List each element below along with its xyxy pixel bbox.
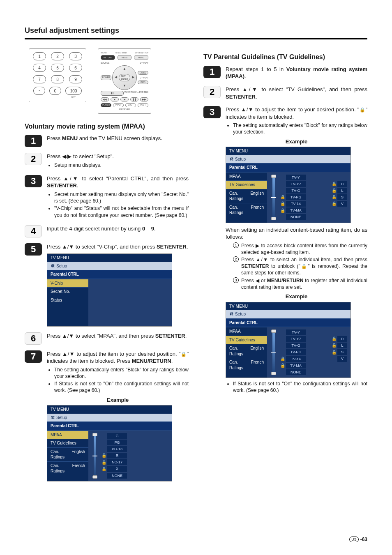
lock-icon: 🔒	[280, 201, 284, 207]
lock-icon: 🔒	[280, 194, 284, 200]
dpad-right-icon: ▶	[132, 75, 134, 80]
text: or	[259, 278, 267, 283]
text: SET/ENTER	[157, 244, 187, 250]
rating-label: TV-G	[286, 343, 306, 348]
text: .	[171, 358, 173, 364]
text: .	[187, 244, 188, 250]
rating-label: TV-Y	[286, 175, 306, 180]
rating-label: TV-MA	[286, 363, 306, 368]
slider-thumb-icon	[271, 372, 276, 375]
text: Press	[47, 351, 62, 357]
rating-row: PG	[101, 440, 168, 445]
remote-diagram: 1 2 3 4 5 6 7 8 9 · 0 100	[29, 48, 189, 113]
slider-tick-icon	[271, 352, 276, 353]
key-0: 0	[49, 87, 61, 95]
text: .	[244, 73, 246, 79]
text: to select "V-Chip", and then press	[74, 244, 157, 250]
lock-icon	[359, 106, 365, 113]
arrow-icon: ▲/▼	[241, 106, 254, 113]
lock-icon: 🔒	[332, 201, 336, 207]
btn-volp: VOL +	[138, 103, 148, 107]
key-6: 6	[69, 64, 82, 72]
text: .	[185, 333, 187, 339]
slider-thumb-icon	[92, 475, 97, 479]
lock-icon: 🔒	[332, 181, 336, 187]
lock-icon: 🔒	[101, 460, 106, 465]
text: SET/ENTER	[47, 182, 77, 189]
clist-3: 3 Press ◀ or MENU/RETURN to register aft…	[233, 277, 367, 290]
right-step-3: 3 Press ▲/▼ to adjust the item to your d…	[203, 106, 367, 394]
text: and the TV MENU screen displays.	[78, 135, 162, 141]
rating-label: TV-MA	[286, 207, 306, 213]
rating-label: NC-17	[107, 459, 127, 465]
arrow-icon: ▲/▼	[62, 333, 74, 339]
circled-2-icon: 2	[233, 256, 239, 262]
bullet: The setting automatically enters "Block"…	[54, 366, 189, 380]
rating-label: PG	[107, 440, 127, 445]
tv-menu-title: TV MENU	[47, 254, 172, 262]
key-2: 2	[51, 52, 64, 60]
rating-row: 🔒S	[332, 194, 347, 200]
rating-label: TV-14	[286, 356, 306, 362]
lock-icon: 🔒	[332, 336, 336, 342]
tv-menu-tvg-b: TV MENU Setup Parental CTRL MPAA TV Guid…	[226, 302, 351, 378]
btn-pause: ❚❚	[101, 91, 124, 96]
nav-label-stvtop: STV/DVD TOP	[135, 51, 148, 54]
nav-label-menu: MENU	[101, 51, 107, 54]
left-step-5: 5 Press ▲/▼ to select "V-Chip", and then…	[25, 243, 189, 327]
menu-item: TV Guidelines	[226, 336, 267, 344]
tv-menu-mpaa: TV MENU Setup Parental CTRL MPAA TV Guid…	[47, 405, 172, 481]
circled-3-icon: 3	[233, 277, 239, 283]
bullet: The setting automatically enters "Block"…	[233, 122, 367, 135]
key-3: 3	[69, 52, 82, 60]
text: .	[256, 94, 257, 100]
step-bubble: 2	[203, 86, 221, 98]
text: Press	[241, 243, 256, 249]
step-bubble: 1	[25, 135, 42, 147]
text: Press	[47, 175, 63, 182]
rating-row: 🔒TV-PG	[280, 194, 328, 200]
menu-item: V-Chip	[47, 279, 88, 288]
step-bubble: 2	[25, 153, 42, 165]
text: Press	[241, 257, 256, 263]
text: to unblock ("	[269, 263, 300, 269]
lock-icon	[180, 351, 187, 357]
menu-item: Can. English Ratings	[226, 344, 267, 358]
text: to select an individual item, and then p…	[268, 257, 367, 263]
rating-label: TV-PG	[286, 349, 306, 355]
text: SET/ENTER	[241, 263, 269, 269]
rating-row: 🔒X	[101, 466, 168, 472]
nav-label-receiver: RECEIVER	[101, 108, 148, 111]
lock-icon: 🔒	[280, 208, 284, 214]
dpad-ring: ▲ ▼ ◀ ▶ SET/ENTER	[112, 65, 137, 90]
btn-guide: GUIDE	[138, 71, 148, 75]
tv-menu-tab: Setup	[47, 262, 172, 270]
text: Press	[47, 153, 62, 159]
rating-label: V	[337, 356, 347, 362]
slider-thumb-icon	[271, 175, 276, 178]
menu-item: Can. French Ratings	[47, 461, 88, 475]
slider-thumb-icon	[92, 433, 97, 436]
rating-label: TV-14	[286, 201, 306, 207]
page-rule	[25, 38, 367, 39]
tv-menu-hdr: Parental CTRL	[226, 318, 350, 327]
key-1: 1	[33, 52, 46, 60]
nav-label-tvsat: TV/SAT/DVD	[115, 51, 127, 54]
step-bubble: 7	[25, 350, 42, 363]
left-heading: Voluntary movie rating system (MPAA)	[25, 122, 189, 131]
text: to select "TV Guidelines", and then pres…	[258, 86, 367, 92]
menu-item: Can. French Ratings	[226, 358, 267, 372]
menu-item: Can. English Ratings	[47, 447, 88, 461]
text: SET/ENTER	[226, 94, 256, 100]
rating-row: 🔒NC-17	[101, 459, 168, 465]
text: Input the 4-digit secret number by using	[47, 226, 142, 232]
rating-label: NONE	[286, 369, 306, 375]
dpad-up-icon: ▲	[123, 67, 126, 71]
left-step-1: 1 Press MENU and the TV MENU screen disp…	[25, 135, 189, 147]
btn-menu-mid: MENU	[118, 55, 132, 60]
step-bubble: 3	[25, 175, 42, 187]
left-step-6: 6 Press ▲/▼ to select "MPAA", and then p…	[25, 332, 189, 345]
left-step-4: 4 Input the 4-digit secret number by usi…	[25, 225, 189, 237]
text: to adjust the item to your desired posit…	[75, 351, 180, 357]
rating-row: 🔒V	[332, 201, 347, 207]
